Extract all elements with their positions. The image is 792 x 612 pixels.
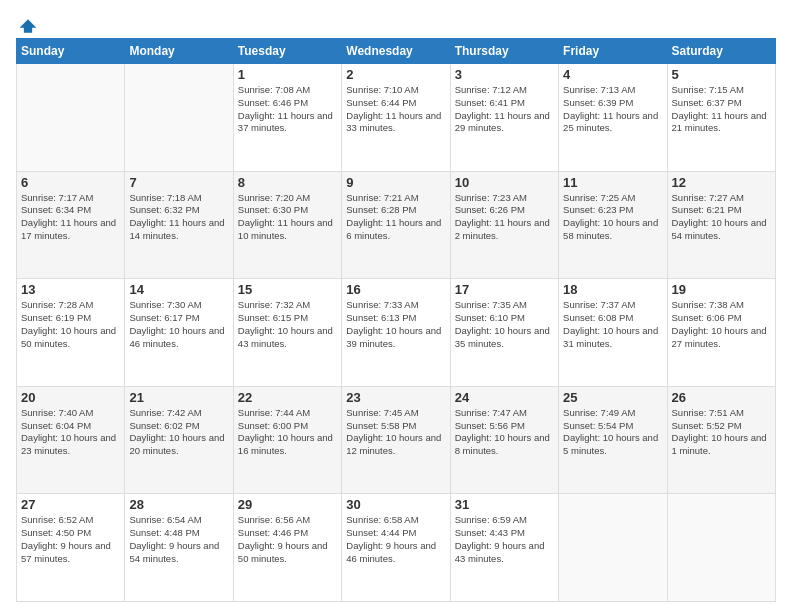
day-number: 21 bbox=[129, 390, 228, 405]
cell-info: Sunrise: 7:28 AMSunset: 6:19 PMDaylight:… bbox=[21, 299, 120, 350]
day-number: 4 bbox=[563, 67, 662, 82]
cell-info: Sunrise: 7:35 AMSunset: 6:10 PMDaylight:… bbox=[455, 299, 554, 350]
cell-info: Sunrise: 7:47 AMSunset: 5:56 PMDaylight:… bbox=[455, 407, 554, 458]
day-header-monday: Monday bbox=[125, 39, 233, 64]
calendar-cell: 29Sunrise: 6:56 AMSunset: 4:46 PMDayligh… bbox=[233, 494, 341, 602]
cell-info: Sunrise: 7:23 AMSunset: 6:26 PMDaylight:… bbox=[455, 192, 554, 243]
calendar-cell: 6Sunrise: 7:17 AMSunset: 6:34 PMDaylight… bbox=[17, 171, 125, 279]
day-number: 12 bbox=[672, 175, 771, 190]
calendar-cell: 31Sunrise: 6:59 AMSunset: 4:43 PMDayligh… bbox=[450, 494, 558, 602]
calendar-cell: 9Sunrise: 7:21 AMSunset: 6:28 PMDaylight… bbox=[342, 171, 450, 279]
day-number: 1 bbox=[238, 67, 337, 82]
week-row-0: 1Sunrise: 7:08 AMSunset: 6:46 PMDaylight… bbox=[17, 64, 776, 172]
day-header-thursday: Thursday bbox=[450, 39, 558, 64]
calendar-cell: 12Sunrise: 7:27 AMSunset: 6:21 PMDayligh… bbox=[667, 171, 775, 279]
calendar-cell: 18Sunrise: 7:37 AMSunset: 6:08 PMDayligh… bbox=[559, 279, 667, 387]
cell-info: Sunrise: 7:37 AMSunset: 6:08 PMDaylight:… bbox=[563, 299, 662, 350]
calendar-cell: 8Sunrise: 7:20 AMSunset: 6:30 PMDaylight… bbox=[233, 171, 341, 279]
cell-info: Sunrise: 7:30 AMSunset: 6:17 PMDaylight:… bbox=[129, 299, 228, 350]
day-number: 25 bbox=[563, 390, 662, 405]
cell-info: Sunrise: 7:17 AMSunset: 6:34 PMDaylight:… bbox=[21, 192, 120, 243]
cell-info: Sunrise: 7:42 AMSunset: 6:02 PMDaylight:… bbox=[129, 407, 228, 458]
day-number: 15 bbox=[238, 282, 337, 297]
calendar-cell: 26Sunrise: 7:51 AMSunset: 5:52 PMDayligh… bbox=[667, 386, 775, 494]
calendar-cell: 7Sunrise: 7:18 AMSunset: 6:32 PMDaylight… bbox=[125, 171, 233, 279]
week-row-2: 13Sunrise: 7:28 AMSunset: 6:19 PMDayligh… bbox=[17, 279, 776, 387]
day-number: 7 bbox=[129, 175, 228, 190]
calendar-cell: 19Sunrise: 7:38 AMSunset: 6:06 PMDayligh… bbox=[667, 279, 775, 387]
calendar-cell: 4Sunrise: 7:13 AMSunset: 6:39 PMDaylight… bbox=[559, 64, 667, 172]
calendar-cell: 27Sunrise: 6:52 AMSunset: 4:50 PMDayligh… bbox=[17, 494, 125, 602]
day-number: 10 bbox=[455, 175, 554, 190]
calendar-cell: 5Sunrise: 7:15 AMSunset: 6:37 PMDaylight… bbox=[667, 64, 775, 172]
day-number: 31 bbox=[455, 497, 554, 512]
calendar-cell bbox=[17, 64, 125, 172]
calendar-cell: 2Sunrise: 7:10 AMSunset: 6:44 PMDaylight… bbox=[342, 64, 450, 172]
day-number: 23 bbox=[346, 390, 445, 405]
logo-icon bbox=[18, 16, 38, 36]
cell-info: Sunrise: 7:27 AMSunset: 6:21 PMDaylight:… bbox=[672, 192, 771, 243]
day-number: 20 bbox=[21, 390, 120, 405]
day-number: 18 bbox=[563, 282, 662, 297]
calendar-cell: 14Sunrise: 7:30 AMSunset: 6:17 PMDayligh… bbox=[125, 279, 233, 387]
day-number: 5 bbox=[672, 67, 771, 82]
calendar-cell bbox=[559, 494, 667, 602]
cell-info: Sunrise: 7:13 AMSunset: 6:39 PMDaylight:… bbox=[563, 84, 662, 135]
cell-info: Sunrise: 7:20 AMSunset: 6:30 PMDaylight:… bbox=[238, 192, 337, 243]
calendar-cell: 30Sunrise: 6:58 AMSunset: 4:44 PMDayligh… bbox=[342, 494, 450, 602]
calendar-cell bbox=[667, 494, 775, 602]
cell-info: Sunrise: 7:12 AMSunset: 6:41 PMDaylight:… bbox=[455, 84, 554, 135]
calendar-cell: 3Sunrise: 7:12 AMSunset: 6:41 PMDaylight… bbox=[450, 64, 558, 172]
cell-info: Sunrise: 7:51 AMSunset: 5:52 PMDaylight:… bbox=[672, 407, 771, 458]
cell-info: Sunrise: 6:54 AMSunset: 4:48 PMDaylight:… bbox=[129, 514, 228, 565]
day-header-friday: Friday bbox=[559, 39, 667, 64]
day-number: 22 bbox=[238, 390, 337, 405]
day-header-tuesday: Tuesday bbox=[233, 39, 341, 64]
logo bbox=[16, 16, 38, 32]
day-number: 16 bbox=[346, 282, 445, 297]
cell-info: Sunrise: 7:10 AMSunset: 6:44 PMDaylight:… bbox=[346, 84, 445, 135]
calendar-cell: 24Sunrise: 7:47 AMSunset: 5:56 PMDayligh… bbox=[450, 386, 558, 494]
day-number: 29 bbox=[238, 497, 337, 512]
day-number: 28 bbox=[129, 497, 228, 512]
day-number: 27 bbox=[21, 497, 120, 512]
day-number: 17 bbox=[455, 282, 554, 297]
calendar-cell: 1Sunrise: 7:08 AMSunset: 6:46 PMDaylight… bbox=[233, 64, 341, 172]
cell-info: Sunrise: 7:44 AMSunset: 6:00 PMDaylight:… bbox=[238, 407, 337, 458]
calendar-cell: 13Sunrise: 7:28 AMSunset: 6:19 PMDayligh… bbox=[17, 279, 125, 387]
day-number: 19 bbox=[672, 282, 771, 297]
calendar-cell: 15Sunrise: 7:32 AMSunset: 6:15 PMDayligh… bbox=[233, 279, 341, 387]
cell-info: Sunrise: 7:33 AMSunset: 6:13 PMDaylight:… bbox=[346, 299, 445, 350]
logo-text bbox=[16, 16, 38, 36]
cell-info: Sunrise: 6:59 AMSunset: 4:43 PMDaylight:… bbox=[455, 514, 554, 565]
week-row-4: 27Sunrise: 6:52 AMSunset: 4:50 PMDayligh… bbox=[17, 494, 776, 602]
cell-info: Sunrise: 7:08 AMSunset: 6:46 PMDaylight:… bbox=[238, 84, 337, 135]
page: SundayMondayTuesdayWednesdayThursdayFrid… bbox=[0, 0, 792, 612]
day-number: 3 bbox=[455, 67, 554, 82]
day-header-sunday: Sunday bbox=[17, 39, 125, 64]
day-header-saturday: Saturday bbox=[667, 39, 775, 64]
svg-marker-0 bbox=[20, 19, 37, 32]
calendar-cell: 22Sunrise: 7:44 AMSunset: 6:00 PMDayligh… bbox=[233, 386, 341, 494]
calendar-cell: 16Sunrise: 7:33 AMSunset: 6:13 PMDayligh… bbox=[342, 279, 450, 387]
cell-info: Sunrise: 7:18 AMSunset: 6:32 PMDaylight:… bbox=[129, 192, 228, 243]
calendar-cell: 20Sunrise: 7:40 AMSunset: 6:04 PMDayligh… bbox=[17, 386, 125, 494]
calendar-cell: 11Sunrise: 7:25 AMSunset: 6:23 PMDayligh… bbox=[559, 171, 667, 279]
cell-info: Sunrise: 6:52 AMSunset: 4:50 PMDaylight:… bbox=[21, 514, 120, 565]
calendar-cell: 23Sunrise: 7:45 AMSunset: 5:58 PMDayligh… bbox=[342, 386, 450, 494]
day-number: 24 bbox=[455, 390, 554, 405]
day-number: 30 bbox=[346, 497, 445, 512]
cell-info: Sunrise: 7:25 AMSunset: 6:23 PMDaylight:… bbox=[563, 192, 662, 243]
cell-info: Sunrise: 7:21 AMSunset: 6:28 PMDaylight:… bbox=[346, 192, 445, 243]
calendar-cell: 25Sunrise: 7:49 AMSunset: 5:54 PMDayligh… bbox=[559, 386, 667, 494]
day-number: 8 bbox=[238, 175, 337, 190]
day-number: 14 bbox=[129, 282, 228, 297]
week-row-1: 6Sunrise: 7:17 AMSunset: 6:34 PMDaylight… bbox=[17, 171, 776, 279]
calendar-header-row: SundayMondayTuesdayWednesdayThursdayFrid… bbox=[17, 39, 776, 64]
day-number: 2 bbox=[346, 67, 445, 82]
day-number: 6 bbox=[21, 175, 120, 190]
cell-info: Sunrise: 7:40 AMSunset: 6:04 PMDaylight:… bbox=[21, 407, 120, 458]
calendar-cell: 28Sunrise: 6:54 AMSunset: 4:48 PMDayligh… bbox=[125, 494, 233, 602]
calendar-cell: 17Sunrise: 7:35 AMSunset: 6:10 PMDayligh… bbox=[450, 279, 558, 387]
cell-info: Sunrise: 7:38 AMSunset: 6:06 PMDaylight:… bbox=[672, 299, 771, 350]
